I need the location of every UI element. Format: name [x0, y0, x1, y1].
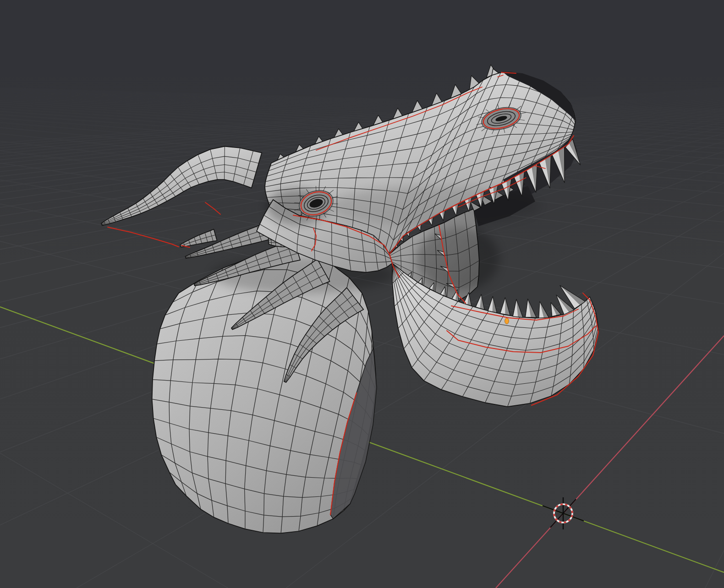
- selected-vertex[interactable]: [505, 318, 509, 324]
- viewport-canvas[interactable]: [0, 0, 724, 588]
- blender-3d-viewport[interactable]: [0, 0, 724, 588]
